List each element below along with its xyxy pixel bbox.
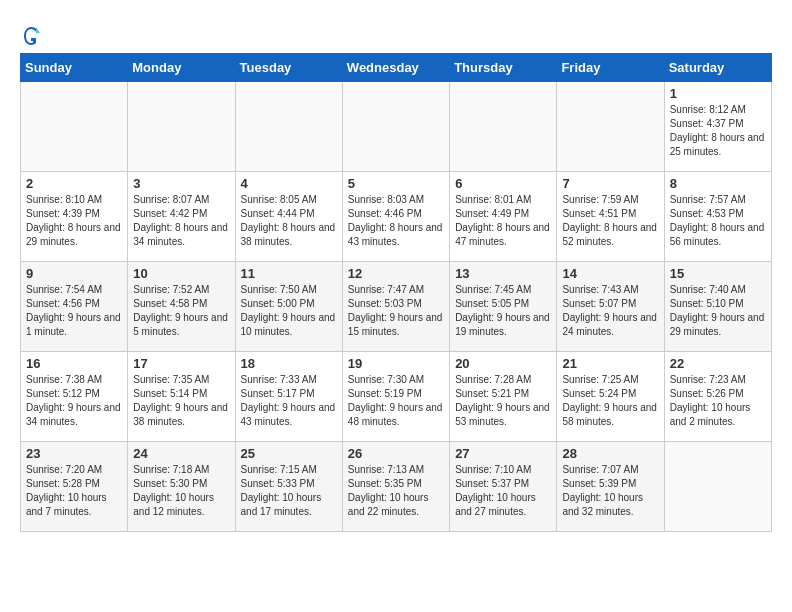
weekday-header: Monday	[128, 54, 235, 82]
calendar-week-row: 2Sunrise: 8:10 AMSunset: 4:39 PMDaylight…	[21, 172, 772, 262]
calendar-day-cell	[450, 82, 557, 172]
day-info: Sunrise: 7:43 AMSunset: 5:07 PMDaylight:…	[562, 283, 658, 339]
day-number: 13	[455, 266, 551, 281]
day-number: 1	[670, 86, 766, 101]
calendar-day-cell	[557, 82, 664, 172]
calendar-day-cell: 13Sunrise: 7:45 AMSunset: 5:05 PMDayligh…	[450, 262, 557, 352]
day-info: Sunrise: 7:33 AMSunset: 5:17 PMDaylight:…	[241, 373, 337, 429]
day-info: Sunrise: 7:15 AMSunset: 5:33 PMDaylight:…	[241, 463, 337, 519]
day-info: Sunrise: 7:40 AMSunset: 5:10 PMDaylight:…	[670, 283, 766, 339]
day-info: Sunrise: 8:12 AMSunset: 4:37 PMDaylight:…	[670, 103, 766, 159]
day-info: Sunrise: 7:13 AMSunset: 5:35 PMDaylight:…	[348, 463, 444, 519]
day-number: 20	[455, 356, 551, 371]
day-info: Sunrise: 8:07 AMSunset: 4:42 PMDaylight:…	[133, 193, 229, 249]
day-number: 14	[562, 266, 658, 281]
day-info: Sunrise: 7:10 AMSunset: 5:37 PMDaylight:…	[455, 463, 551, 519]
calendar-day-cell: 14Sunrise: 7:43 AMSunset: 5:07 PMDayligh…	[557, 262, 664, 352]
day-number: 15	[670, 266, 766, 281]
day-number: 26	[348, 446, 444, 461]
page-header	[20, 20, 772, 43]
day-number: 22	[670, 356, 766, 371]
calendar-day-cell: 20Sunrise: 7:28 AMSunset: 5:21 PMDayligh…	[450, 352, 557, 442]
calendar-day-cell: 1Sunrise: 8:12 AMSunset: 4:37 PMDaylight…	[664, 82, 771, 172]
day-info: Sunrise: 7:07 AMSunset: 5:39 PMDaylight:…	[562, 463, 658, 519]
day-number: 9	[26, 266, 122, 281]
calendar-day-cell: 16Sunrise: 7:38 AMSunset: 5:12 PMDayligh…	[21, 352, 128, 442]
weekday-header: Thursday	[450, 54, 557, 82]
day-number: 7	[562, 176, 658, 191]
calendar-day-cell: 18Sunrise: 7:33 AMSunset: 5:17 PMDayligh…	[235, 352, 342, 442]
calendar-day-cell: 11Sunrise: 7:50 AMSunset: 5:00 PMDayligh…	[235, 262, 342, 352]
calendar-day-cell: 22Sunrise: 7:23 AMSunset: 5:26 PMDayligh…	[664, 352, 771, 442]
day-number: 18	[241, 356, 337, 371]
calendar-day-cell	[342, 82, 449, 172]
day-number: 2	[26, 176, 122, 191]
calendar-day-cell: 2Sunrise: 8:10 AMSunset: 4:39 PMDaylight…	[21, 172, 128, 262]
weekday-header: Saturday	[664, 54, 771, 82]
day-info: Sunrise: 7:18 AMSunset: 5:30 PMDaylight:…	[133, 463, 229, 519]
calendar-day-cell: 25Sunrise: 7:15 AMSunset: 5:33 PMDayligh…	[235, 442, 342, 532]
calendar-week-row: 23Sunrise: 7:20 AMSunset: 5:28 PMDayligh…	[21, 442, 772, 532]
day-info: Sunrise: 7:45 AMSunset: 5:05 PMDaylight:…	[455, 283, 551, 339]
day-number: 24	[133, 446, 229, 461]
calendar-week-row: 9Sunrise: 7:54 AMSunset: 4:56 PMDaylight…	[21, 262, 772, 352]
day-info: Sunrise: 7:28 AMSunset: 5:21 PMDaylight:…	[455, 373, 551, 429]
day-number: 27	[455, 446, 551, 461]
calendar-day-cell: 10Sunrise: 7:52 AMSunset: 4:58 PMDayligh…	[128, 262, 235, 352]
day-info: Sunrise: 7:57 AMSunset: 4:53 PMDaylight:…	[670, 193, 766, 249]
calendar-day-cell: 17Sunrise: 7:35 AMSunset: 5:14 PMDayligh…	[128, 352, 235, 442]
day-number: 19	[348, 356, 444, 371]
day-info: Sunrise: 7:23 AMSunset: 5:26 PMDaylight:…	[670, 373, 766, 429]
day-number: 23	[26, 446, 122, 461]
calendar-day-cell: 9Sunrise: 7:54 AMSunset: 4:56 PMDaylight…	[21, 262, 128, 352]
calendar-day-cell: 19Sunrise: 7:30 AMSunset: 5:19 PMDayligh…	[342, 352, 449, 442]
day-number: 10	[133, 266, 229, 281]
day-number: 8	[670, 176, 766, 191]
day-info: Sunrise: 8:05 AMSunset: 4:44 PMDaylight:…	[241, 193, 337, 249]
day-number: 17	[133, 356, 229, 371]
day-number: 3	[133, 176, 229, 191]
calendar-day-cell: 15Sunrise: 7:40 AMSunset: 5:10 PMDayligh…	[664, 262, 771, 352]
logo-icon	[22, 25, 40, 47]
calendar-day-cell: 27Sunrise: 7:10 AMSunset: 5:37 PMDayligh…	[450, 442, 557, 532]
day-number: 21	[562, 356, 658, 371]
day-number: 25	[241, 446, 337, 461]
calendar-day-cell: 5Sunrise: 8:03 AMSunset: 4:46 PMDaylight…	[342, 172, 449, 262]
day-info: Sunrise: 8:01 AMSunset: 4:49 PMDaylight:…	[455, 193, 551, 249]
calendar-day-cell	[235, 82, 342, 172]
calendar-day-cell	[21, 82, 128, 172]
calendar-day-cell: 7Sunrise: 7:59 AMSunset: 4:51 PMDaylight…	[557, 172, 664, 262]
calendar-day-cell: 23Sunrise: 7:20 AMSunset: 5:28 PMDayligh…	[21, 442, 128, 532]
weekday-header: Wednesday	[342, 54, 449, 82]
day-number: 16	[26, 356, 122, 371]
calendar-day-cell: 8Sunrise: 7:57 AMSunset: 4:53 PMDaylight…	[664, 172, 771, 262]
day-info: Sunrise: 7:52 AMSunset: 4:58 PMDaylight:…	[133, 283, 229, 339]
calendar-day-cell: 21Sunrise: 7:25 AMSunset: 5:24 PMDayligh…	[557, 352, 664, 442]
calendar-day-cell	[128, 82, 235, 172]
calendar-table: SundayMondayTuesdayWednesdayThursdayFrid…	[20, 53, 772, 532]
calendar-day-cell: 12Sunrise: 7:47 AMSunset: 5:03 PMDayligh…	[342, 262, 449, 352]
calendar-week-row: 1Sunrise: 8:12 AMSunset: 4:37 PMDaylight…	[21, 82, 772, 172]
day-info: Sunrise: 7:38 AMSunset: 5:12 PMDaylight:…	[26, 373, 122, 429]
calendar-day-cell: 4Sunrise: 8:05 AMSunset: 4:44 PMDaylight…	[235, 172, 342, 262]
day-number: 12	[348, 266, 444, 281]
calendar-day-cell: 26Sunrise: 7:13 AMSunset: 5:35 PMDayligh…	[342, 442, 449, 532]
day-info: Sunrise: 7:54 AMSunset: 4:56 PMDaylight:…	[26, 283, 122, 339]
day-info: Sunrise: 7:59 AMSunset: 4:51 PMDaylight:…	[562, 193, 658, 249]
weekday-header: Tuesday	[235, 54, 342, 82]
calendar-header-row: SundayMondayTuesdayWednesdayThursdayFrid…	[21, 54, 772, 82]
day-info: Sunrise: 7:47 AMSunset: 5:03 PMDaylight:…	[348, 283, 444, 339]
day-number: 11	[241, 266, 337, 281]
weekday-header: Sunday	[21, 54, 128, 82]
day-info: Sunrise: 8:10 AMSunset: 4:39 PMDaylight:…	[26, 193, 122, 249]
calendar-day-cell: 6Sunrise: 8:01 AMSunset: 4:49 PMDaylight…	[450, 172, 557, 262]
calendar-day-cell: 24Sunrise: 7:18 AMSunset: 5:30 PMDayligh…	[128, 442, 235, 532]
day-info: Sunrise: 7:30 AMSunset: 5:19 PMDaylight:…	[348, 373, 444, 429]
weekday-header: Friday	[557, 54, 664, 82]
day-info: Sunrise: 7:50 AMSunset: 5:00 PMDaylight:…	[241, 283, 337, 339]
day-info: Sunrise: 7:35 AMSunset: 5:14 PMDaylight:…	[133, 373, 229, 429]
day-number: 4	[241, 176, 337, 191]
calendar-week-row: 16Sunrise: 7:38 AMSunset: 5:12 PMDayligh…	[21, 352, 772, 442]
calendar-day-cell: 28Sunrise: 7:07 AMSunset: 5:39 PMDayligh…	[557, 442, 664, 532]
calendar-day-cell	[664, 442, 771, 532]
